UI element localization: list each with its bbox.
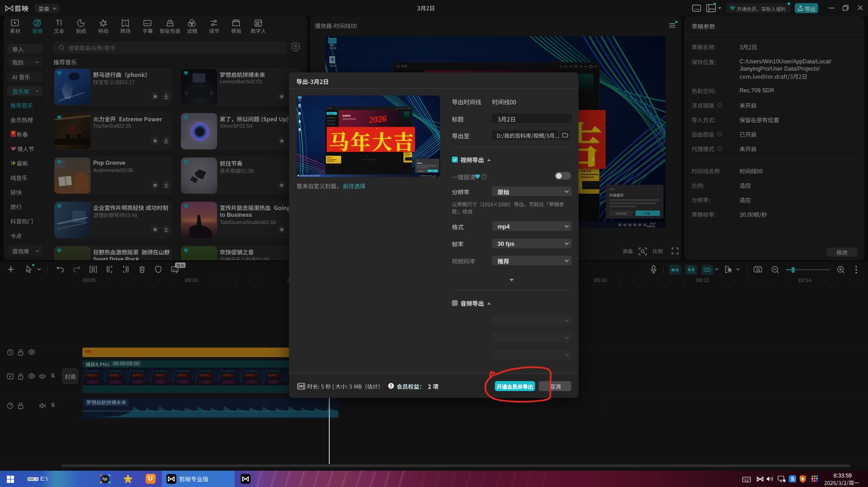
svg-text:?: ?	[483, 174, 485, 179]
svg-text:?: ?	[719, 103, 721, 107]
svg-text:TI: TI	[56, 19, 62, 27]
svg-text:?: ?	[719, 147, 721, 151]
svg-text:?: ?	[719, 132, 721, 136]
